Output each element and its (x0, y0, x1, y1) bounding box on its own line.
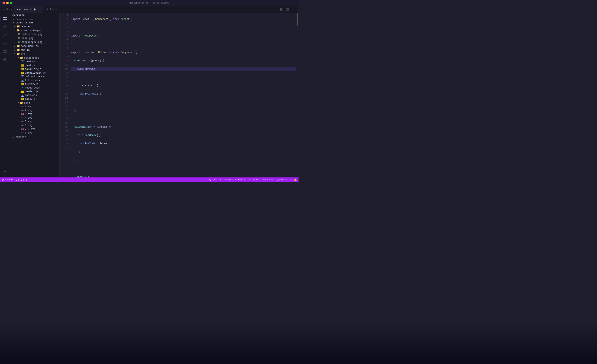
smiley-icon[interactable]: ☺ (290, 178, 291, 181)
outline-label: OUTLINE (15, 136, 26, 138)
tree-item-1-svg[interactable]: SVG 1.svg (10, 105, 60, 109)
activity-explorer[interactable] (1, 15, 9, 22)
cursor-position[interactable]: Ln 7, Col 18 (204, 178, 221, 181)
js-icon: JS (21, 68, 24, 70)
tree-item-4-svg[interactable]: SVG 4.svg (10, 116, 60, 120)
tree-item-header-css[interactable]: # header.css (10, 86, 60, 90)
svg-icon: SVG (21, 132, 24, 134)
split-view-button[interactable] (285, 7, 290, 12)
activity-extensions[interactable] (1, 48, 9, 55)
spaces-setting[interactable]: Spaces: 2 (223, 178, 236, 181)
tree-item-cardsidebar-js[interactable]: JS cardSideBar.js (10, 71, 60, 75)
outline-section[interactable]: ▶ OUTLINE (10, 135, 60, 139)
project-name-label: CARDS-GATSBY (15, 22, 33, 24)
svg-icon: SVG (21, 113, 24, 115)
svg-rect-18 (4, 59, 5, 60)
eslint-status[interactable]: ⚠ ESLint (277, 178, 288, 181)
tree-item-cache[interactable]: ▶ 📁 .cache (10, 24, 60, 28)
tree-item-example-images[interactable]: ▼ 📂 example-images (10, 28, 60, 32)
tab-utils-js[interactable]: utils.js (43, 6, 60, 13)
code-line-19 (71, 166, 296, 171)
tree-item-card-js[interactable]: JS card.js (10, 64, 60, 67)
tree-item-data[interactable]: ▼ 📂 data (10, 101, 60, 105)
code-line-10: activeIndex: 0 (71, 92, 296, 96)
code-line-5: export class RadioButton extends Compone… (71, 50, 296, 55)
tree-item-collection-css[interactable]: # collection.css (10, 75, 60, 79)
bell-icon[interactable]: 🔔 (294, 178, 297, 181)
png-icon: 🖼 (17, 41, 21, 44)
open-editors-label: OPEN EDITORS (15, 18, 33, 21)
split-editor-button[interactable] (279, 7, 283, 12)
code-line-13 (71, 117, 296, 121)
svg-rect-2 (286, 8, 289, 9)
tree-item-collection-png[interactable]: 🖼 collection.png (10, 32, 60, 36)
css-icon: # (21, 94, 24, 97)
tree-item-cardlist-js[interactable]: JS cardList.js (10, 67, 60, 71)
activity-git[interactable] (1, 31, 9, 39)
minimize-button[interactable] (6, 2, 9, 4)
svg-rect-0 (280, 8, 281, 11)
error-count: ⊗ 0 (18, 178, 22, 181)
tree-item-main-png[interactable]: 🖼 main.png (10, 36, 60, 40)
more-actions-button[interactable]: ··· (292, 7, 297, 12)
svg-rect-1 (281, 8, 282, 11)
tree-item-public[interactable]: ▶ 📁 public (10, 48, 60, 52)
tree-item-3-svg[interactable]: SVG 3.svg (10, 112, 60, 116)
folder-icon: 📁 (16, 48, 20, 52)
code-editor[interactable]: 1 2 3 4 5 6 7 8 9 10 11 12 13 14 15 16 1 (60, 13, 298, 177)
branch-name: master (5, 178, 13, 181)
scrollbar-thumb[interactable] (297, 13, 298, 25)
tree-item-filter-css[interactable]: # filter.css (10, 79, 60, 82)
scrollbar-track[interactable] (296, 13, 298, 177)
language-mode[interactable]: Babel JavaScript (253, 178, 275, 181)
maximize-button[interactable] (10, 2, 12, 4)
code-line-7: super(props); (71, 67, 296, 71)
tree-item-pack-css[interactable]: # pack.css (10, 94, 60, 97)
svg-rect-15 (3, 52, 5, 53)
open-editors-section[interactable]: ▶ OPEN EDITORS (10, 18, 60, 21)
svg-point-9 (4, 36, 4, 37)
tree-item-2-svg[interactable]: SVG 2.svg (10, 109, 60, 112)
tab-close-icon[interactable]: ✕ (38, 8, 41, 11)
project-root[interactable]: ▼ CARDS-GATSBY (10, 21, 60, 24)
js-icon: JS (21, 91, 24, 93)
git-branch[interactable]: master (2, 178, 13, 181)
tab-radiobutton-js[interactable]: RadioButton.js ✕ (15, 6, 43, 13)
tree-item-filter-js[interactable]: JS filter.js (10, 82, 60, 86)
close-button[interactable] (2, 2, 5, 4)
tree-item-components[interactable]: ▼ 📂 components (10, 56, 60, 60)
line-numbers: 1 2 3 4 5 6 7 8 9 10 11 12 13 14 15 16 1 (60, 13, 70, 177)
tab-label: RadioButton.js (17, 8, 36, 11)
code-line-6: constructor(props) { (71, 59, 296, 63)
tree-item-shopkeeper-png[interactable]: 🖼 shopkeeper.png (10, 40, 60, 44)
activity-debug[interactable] (1, 40, 9, 47)
activity-search[interactable] (1, 23, 9, 31)
code-line-16: activeIndex: index (71, 142, 296, 146)
tree-item-header-js[interactable]: JS header.js (10, 90, 60, 94)
tab-card-js[interactable]: card.js (0, 6, 15, 13)
tree-item-6-svg[interactable]: SVG 6.svg (10, 124, 60, 127)
svg-point-5 (4, 25, 6, 27)
title-bar: RadioButton.js — cards-gatsby (0, 0, 298, 6)
svg-rect-13 (3, 50, 5, 51)
activity-settings[interactable] (1, 167, 9, 175)
sync-status[interactable]: ↻ ⊗ 0 ⚠ 0 (16, 178, 27, 181)
tree-item-7-2-svg[interactable]: SVG 7-2.svg (10, 127, 60, 131)
tree-item-node-modules[interactable]: ▶ 📁 node_modules (10, 44, 60, 48)
tab-bar: card.js RadioButton.js ✕ utils.js ··· (0, 6, 298, 13)
tree-item-pack-js[interactable]: JS pack.js (10, 97, 60, 101)
svg-rect-17 (3, 59, 4, 60)
content-area: EXPLORER ▶ OPEN EDITORS ▼ CARDS-GATSBY ▶… (0, 13, 298, 177)
encoding[interactable]: UTF-8 (238, 178, 245, 181)
svg-point-7 (4, 34, 4, 34)
js-icon: JS (21, 98, 24, 100)
folder-icon: 📁 (16, 45, 20, 48)
code-line-1: import React, { Component } from 'react'… (71, 17, 296, 21)
tree-item-card-css[interactable]: # card.css (10, 60, 60, 64)
activity-docker[interactable] (1, 56, 9, 64)
line-ending[interactable]: LF (248, 178, 250, 181)
tree-item-7-svg[interactable]: SVG 7.svg (10, 131, 60, 135)
window-controls[interactable] (2, 2, 12, 4)
tree-item-5-svg[interactable]: SVG 5.svg (10, 120, 60, 124)
tree-item-src[interactable]: ▼ 📂 src (10, 52, 60, 56)
